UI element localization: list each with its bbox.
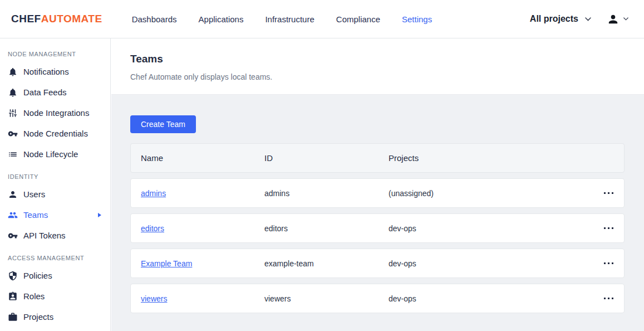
row-actions-menu-button[interactable] xyxy=(601,293,617,304)
team-projects-cell: dev-ops xyxy=(389,224,593,233)
sidebar-item-label: Node Lifecycle xyxy=(23,149,78,159)
chevron-down-icon xyxy=(585,17,591,21)
chef-automate-logo[interactable]: CHEFAUTOMATE xyxy=(11,13,102,25)
team-projects-cell: (unassigned) xyxy=(389,189,593,198)
person-icon xyxy=(8,189,18,199)
sidebar-item-teams[interactable]: Teams xyxy=(0,205,110,225)
table-header-row: Name ID Projects xyxy=(130,143,625,173)
team-projects-cell: dev-ops xyxy=(389,259,593,268)
team-name-link[interactable]: editors xyxy=(141,224,164,233)
sliders-icon xyxy=(8,108,18,118)
column-header-projects: Projects xyxy=(389,153,593,163)
nav-tab-infrastructure[interactable]: Infrastructure xyxy=(265,0,314,38)
logo-chef-text: CHEF xyxy=(11,13,41,25)
column-header-id: ID xyxy=(264,153,389,163)
team-id-cell: viewers xyxy=(264,294,389,303)
logo-automate-text: AUTOMATE xyxy=(41,13,102,25)
nav-tab-applications[interactable]: Applications xyxy=(199,0,244,38)
sidebar-item-label: Node Integrations xyxy=(23,108,89,118)
sidebar-section-label: IDENTITY xyxy=(0,172,110,181)
row-actions-menu-button[interactable] xyxy=(601,188,617,198)
sidebar-item-roles[interactable]: Roles xyxy=(0,286,110,306)
team-id-cell: example-team xyxy=(264,259,389,268)
sidebar-section-identity: IDENTITYUsersTeamsAPI Tokens xyxy=(0,172,110,246)
sidebar-item-users[interactable]: Users xyxy=(0,184,110,205)
sidebar-item-node-lifecycle[interactable]: Node Lifecycle xyxy=(0,144,110,164)
nav-tab-settings[interactable]: Settings xyxy=(402,0,432,38)
page-subtitle: Chef Automate only displays local teams. xyxy=(130,72,625,81)
nav-tab-compliance[interactable]: Compliance xyxy=(336,0,380,38)
main-content: Teams Chef Automate only displays local … xyxy=(111,38,644,331)
settings-sidebar: NODE MANAGEMENTNotificationsData FeedsNo… xyxy=(0,38,111,331)
list-icon xyxy=(8,149,18,159)
sidebar-item-projects[interactable]: Projects xyxy=(0,306,110,327)
briefcase-icon xyxy=(8,312,18,322)
user-menu[interactable] xyxy=(607,13,628,26)
key-icon xyxy=(8,129,18,139)
group-icon xyxy=(8,210,18,220)
sidebar-item-label: Policies xyxy=(23,271,52,280)
page-body: Create Team Name ID Projects adminsadmin… xyxy=(111,95,644,313)
projects-dropdown-label: All projects xyxy=(530,14,578,24)
sidebar-item-label: Projects xyxy=(23,312,53,322)
badge-icon xyxy=(8,291,18,301)
team-id-cell: admins xyxy=(264,189,389,198)
team-name-link[interactable]: Example Team xyxy=(141,259,192,268)
key-icon xyxy=(8,231,18,241)
column-header-name: Name xyxy=(141,153,264,163)
topbar-right: All projects xyxy=(530,13,628,26)
sidebar-section-label: NODE MANAGEMENT xyxy=(0,50,110,59)
nav-tab-dashboards[interactable]: Dashboards xyxy=(132,0,177,38)
shield-icon xyxy=(8,271,18,281)
sidebar-item-node-integrations[interactable]: Node Integrations xyxy=(0,103,110,123)
page-title: Teams xyxy=(130,53,625,65)
bell-icon xyxy=(8,67,18,77)
main-nav: DashboardsApplicationsInfrastructureComp… xyxy=(132,0,432,38)
team-id-cell: editors xyxy=(264,224,389,233)
projects-filter-dropdown[interactable]: All projects xyxy=(530,14,591,24)
bell-icon xyxy=(8,87,18,98)
sidebar-item-label: Teams xyxy=(23,210,48,220)
sidebar-item-notifications[interactable]: Notifications xyxy=(0,61,110,82)
row-actions-menu-button[interactable] xyxy=(601,258,617,269)
sidebar-item-api-tokens[interactable]: API Tokens xyxy=(0,225,110,246)
table-row: editorseditorsdev-ops xyxy=(130,213,625,243)
page-header: Teams Chef Automate only displays local … xyxy=(111,38,644,95)
user-avatar-icon xyxy=(607,13,620,26)
sidebar-item-label: Notifications xyxy=(23,67,69,76)
sidebar-item-policies[interactable]: Policies xyxy=(0,265,110,286)
row-actions-menu-button[interactable] xyxy=(601,223,617,233)
sidebar-item-label: Data Feeds xyxy=(23,87,67,97)
team-name-link[interactable]: viewers xyxy=(141,294,167,303)
sidebar-item-label: API Tokens xyxy=(23,231,66,240)
sidebar-item-label: Node Credentials xyxy=(23,129,88,138)
top-nav-bar: CHEFAUTOMATE DashboardsApplicationsInfra… xyxy=(0,0,644,38)
sidebar-item-node-credentials[interactable]: Node Credentials xyxy=(0,123,110,144)
table-row: viewersviewersdev-ops xyxy=(130,284,625,313)
sidebar-item-label: Users xyxy=(23,189,45,199)
sidebar-section-label: ACCESS MANAGEMENT xyxy=(0,254,110,262)
create-team-button[interactable]: Create Team xyxy=(130,115,196,133)
chevron-down-icon xyxy=(623,17,628,21)
sidebar-section-access-management: ACCESS MANAGEMENTPoliciesRolesProjects xyxy=(0,254,110,327)
table-row: Example Teamexample-teamdev-ops xyxy=(130,249,625,278)
table-row: adminsadmins(unassigned) xyxy=(130,178,625,208)
team-name-link[interactable]: admins xyxy=(141,189,166,198)
team-projects-cell: dev-ops xyxy=(389,294,593,303)
sidebar-item-label: Roles xyxy=(23,291,45,301)
expand-right-arrow-icon[interactable] xyxy=(98,213,101,217)
sidebar-section-node-management: NODE MANAGEMENTNotificationsData FeedsNo… xyxy=(0,50,110,164)
teams-table: Name ID Projects adminsadmins(unassigned… xyxy=(130,143,625,313)
sidebar-item-data-feeds[interactable]: Data Feeds xyxy=(0,82,110,103)
